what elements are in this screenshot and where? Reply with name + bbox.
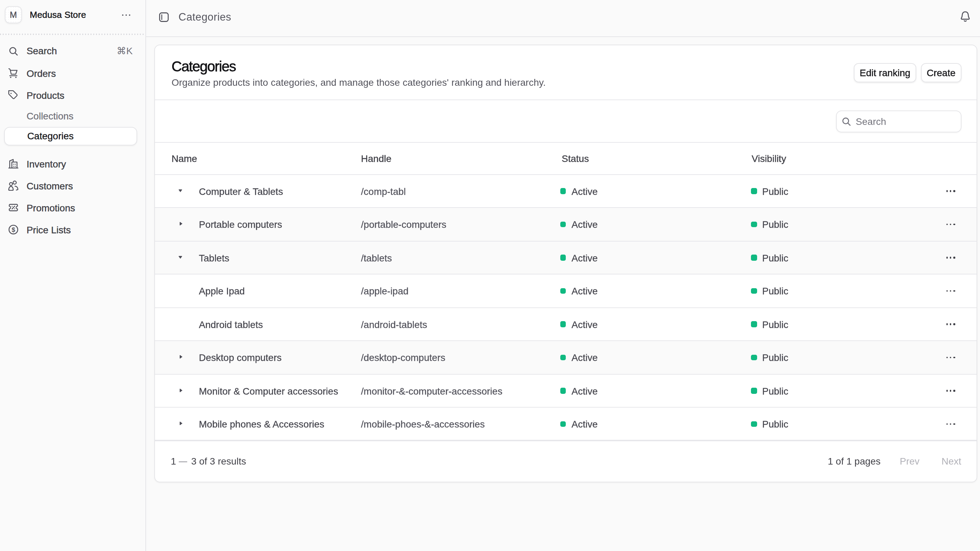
svg-text:$: $ bbox=[12, 226, 16, 233]
